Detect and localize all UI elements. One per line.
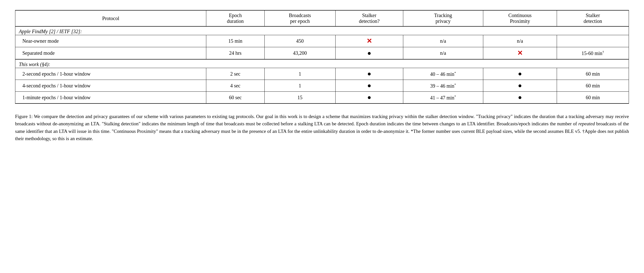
col-header-broadcasts: Broadcastsper epoch (264, 10, 335, 26)
row-1min-broadcasts: 15 (264, 92, 335, 104)
comparison-table: Protocol Epochduration Broadcastsper epo… (15, 10, 629, 104)
row-1min-cont-prox: ● (483, 92, 557, 104)
figure-caption: Figure 1: We compare the detection and p… (15, 113, 629, 142)
table-row: 4-second epochs / 1-hour window 4 sec 1 … (15, 80, 629, 92)
bullet-icon: ● (367, 94, 371, 101)
table-row: Separated mode 24 hrs 43,200 ● n/a ✕ 15-… (15, 47, 629, 60)
bullet-icon: ● (518, 70, 522, 77)
row-4sec-broadcasts: 1 (264, 80, 335, 92)
row-near-owner-broadcasts: 450 (264, 35, 335, 47)
col-header-tracking: Trackingprivacy (403, 10, 483, 26)
row-near-owner-stalker-det2 (557, 35, 629, 47)
row-4sec-stalker-det: ● (335, 80, 403, 92)
apple-section-header: Apple FindMy [2] / IETF [32]: (15, 26, 629, 35)
row-1min-stalker-det2: 60 min (557, 92, 629, 104)
col-header-stalker-det: Stalkerdetection? (335, 10, 403, 26)
row-near-owner-cont-prox: n/a (483, 35, 557, 47)
row-near-owner-protocol: Near-owner mode (15, 35, 206, 47)
col-header-cont-prox: ContinuousProximity (483, 10, 557, 26)
row-2sec-stalker-det2: 60 min (557, 68, 629, 80)
col-header-epoch: Epochduration (206, 10, 264, 26)
this-work-section-label: This work (§4): (15, 59, 629, 68)
row-1min-tracking: 41 – 47 min* (403, 92, 483, 104)
row-4sec-tracking: 39 – 46 min* (403, 80, 483, 92)
row-4sec-protocol: 4-second epochs / 1-hour window (15, 80, 206, 92)
row-separated-broadcasts: 43,200 (264, 47, 335, 60)
row-separated-stalker-det: ● (335, 47, 403, 60)
row-2sec-cont-prox: ● (483, 68, 557, 80)
row-near-owner-tracking: n/a (403, 35, 483, 47)
row-1min-stalker-det: ● (335, 92, 403, 104)
row-separated-epoch: 24 hrs (206, 47, 264, 60)
bullet-icon: ● (518, 94, 522, 101)
row-2sec-epoch: 2 sec (206, 68, 264, 80)
figure-container: Protocol Epochduration Broadcastsper epo… (15, 10, 629, 142)
row-separated-cont-prox: ✕ (483, 47, 557, 60)
col-header-protocol: Protocol (15, 10, 206, 26)
row-1min-epoch: 60 sec (206, 92, 264, 104)
row-2sec-protocol: 2-second epochs / 1-hour window (15, 68, 206, 80)
row-near-owner-epoch: 15 min (206, 35, 264, 47)
bullet-icon: ● (518, 82, 522, 89)
caption-text-part1: We compare the detection and privacy gua… (15, 114, 629, 126)
col-header-stalker-det2: Stalkerdetection (557, 10, 629, 26)
row-4sec-stalker-det2: 60 min (557, 80, 629, 92)
apple-section-label: Apple FindMy [2] / IETF [32]: (15, 26, 629, 35)
row-2sec-stalker-det: ● (335, 68, 403, 80)
row-separated-stalker-det2: 15-60 min† (557, 47, 629, 60)
row-2sec-tracking: 40 – 46 min* (403, 68, 483, 80)
table-row: Near-owner mode 15 min 450 ✕ n/a n/a (15, 35, 629, 47)
figure-label: Figure 1: (15, 114, 33, 119)
row-4sec-cont-prox: ● (483, 80, 557, 92)
row-2sec-broadcasts: 1 (264, 68, 335, 80)
red-x-icon: ✕ (367, 37, 372, 45)
row-4sec-epoch: 4 sec (206, 80, 264, 92)
row-separated-tracking: n/a (403, 47, 483, 60)
bullet-icon: ● (367, 70, 371, 77)
row-1min-protocol: 1-minute epochs / 1-hour window (15, 92, 206, 104)
caption-italic-word: repeated (578, 121, 595, 126)
table-row: 1-minute epochs / 1-hour window 60 sec 1… (15, 92, 629, 104)
bullet-icon: ● (367, 82, 371, 89)
row-separated-protocol: Separated mode (15, 47, 206, 60)
row-near-owner-stalker-det: ✕ (335, 35, 403, 47)
bullet-icon: ● (367, 49, 371, 57)
red-x-icon: ✕ (517, 49, 523, 57)
table-row: 2-second epochs / 1-hour window 2 sec 1 … (15, 68, 629, 80)
this-work-section-header: This work (§4): (15, 59, 629, 68)
table-header-row: Protocol Epochduration Broadcastsper epo… (15, 10, 629, 26)
